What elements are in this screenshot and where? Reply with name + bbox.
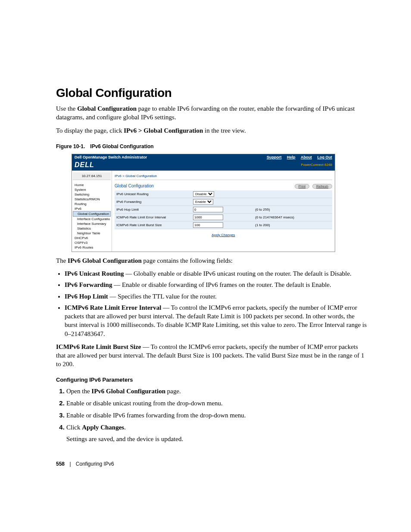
- refresh-button[interactable]: Refresh: [312, 184, 332, 189]
- help-link[interactable]: Help: [287, 155, 296, 159]
- term: ICMPv6 Rate Limit Error Interval: [65, 304, 161, 311]
- hint: (0 to 2147483647 msecs): [253, 213, 332, 221]
- text: To display the page, click: [56, 127, 124, 134]
- list-item: ICMPv6 Rate Limit Error Interval — To co…: [65, 303, 368, 338]
- label: ICMPv6 Rate Limit Burst Size: [115, 221, 191, 229]
- page-heading: Global Configuration: [56, 86, 368, 100]
- row-unicast-routing: IPv6 Unicast Routing Disable: [115, 190, 332, 198]
- text: in the tree view.: [203, 127, 246, 134]
- hint: (0 to 255): [253, 205, 332, 213]
- term: IPv6 Forwarding: [65, 281, 112, 288]
- text: page.: [165, 388, 181, 395]
- term: Global Configuration: [77, 105, 137, 112]
- tree-ipv6-routes[interactable]: IPv6 Routes: [73, 245, 111, 250]
- main-panel: IPv6 > Global Configuration Global Confi…: [112, 171, 335, 252]
- tree-global-configuration[interactable]: Global Configuration: [73, 211, 111, 217]
- step-1: Open the IPv6 Global Configuration page.: [66, 386, 368, 396]
- field-list: IPv6 Unicast Routing — Globally enable o…: [65, 269, 368, 338]
- text: — Specifies the TTL value for the router…: [108, 293, 217, 300]
- text: .: [124, 424, 126, 431]
- chapter-title: Configuring IPv6: [76, 461, 114, 467]
- apply-changes-link[interactable]: Apply Changes: [212, 233, 235, 237]
- tree-routing[interactable]: Routing: [73, 202, 111, 206]
- nav-tree: 10.27.64.151 Home System Switching Stati…: [72, 171, 112, 252]
- burst-size-paragraph: ICMPv6 Rate Limit Burst Size — To contro…: [56, 342, 368, 369]
- forwarding-select[interactable]: Enable: [193, 199, 213, 205]
- device-model: PowerConnect 6248: [301, 163, 333, 167]
- term: IPv6 Global Configuration: [68, 257, 142, 264]
- list-item: IPv6 Hop Limit — Specifies the TTL value…: [65, 292, 368, 301]
- term: IPv6 Hop Limit: [65, 293, 108, 300]
- breadcrumb: IPv6 > Global Configuration: [115, 172, 332, 180]
- panel-title: Global Configuration: [115, 184, 154, 188]
- tree-interface-summary[interactable]: Interface Summary: [73, 221, 111, 226]
- list-item: IPv6 Forwarding — Enable or disable forw…: [65, 280, 368, 289]
- tree-ospfv3[interactable]: OSPFv3: [73, 240, 111, 245]
- config-table: IPv6 Unicast Routing Disable IPv6 Forwar…: [115, 190, 332, 229]
- unicast-routing-select[interactable]: Disable: [193, 191, 214, 197]
- intro-paragraph-2: To display the page, click IPv6 > Global…: [56, 126, 368, 135]
- tree-statistics-rmon[interactable]: Statistics/RMON: [73, 197, 111, 202]
- term: IPv6 Global Configuration: [91, 388, 165, 395]
- procedure-heading: Configuring IPv6 Parameters: [56, 376, 368, 383]
- label: ICMPv6 Rate Limit Error Interval: [115, 213, 191, 221]
- header-links: Support Help About Log Out: [262, 155, 332, 159]
- logout-link[interactable]: Log Out: [318, 155, 333, 159]
- tree-statistics[interactable]: Statistics: [73, 226, 111, 231]
- step-3: Enable or disable IPv6 frames forwarding…: [66, 411, 368, 420]
- hop-limit-input[interactable]: [193, 207, 223, 212]
- tree-neighbor-table[interactable]: Neighbor Table: [73, 231, 111, 236]
- support-link[interactable]: Support: [267, 155, 282, 159]
- dell-logo: DELL: [75, 161, 94, 169]
- step-2: Enable or disable unicast routing from t…: [66, 398, 368, 408]
- row-rate-limit-burst: ICMPv6 Rate Limit Burst Size (1 to 200): [115, 221, 332, 229]
- list-item: IPv6 Unicast Routing — Globally enable o…: [65, 269, 368, 278]
- tree-home[interactable]: Home: [73, 183, 111, 187]
- intro-paragraph-1: Use the Global Configuration page to ena…: [56, 104, 368, 122]
- screenshot-figure: Dell OpenManage Switch Administrator Sup…: [72, 154, 335, 252]
- procedure-steps: Open the IPv6 Global Configuration page.…: [66, 386, 368, 444]
- about-link[interactable]: About: [301, 155, 312, 159]
- term: ICMPv6 Rate Limit Burst Size: [56, 343, 141, 350]
- term: IPv6 Unicast Routing: [65, 270, 124, 277]
- term: Apply Changes: [82, 424, 124, 431]
- separator: |: [69, 461, 71, 467]
- text: Open the: [66, 388, 91, 395]
- text: Use the: [56, 105, 77, 112]
- page-number: 558: [56, 461, 65, 467]
- label: IPv6 Unicast Routing: [115, 190, 191, 198]
- text: Click: [66, 424, 82, 431]
- tree-system[interactable]: System: [73, 187, 111, 192]
- page-footer: 558 | Configuring IPv6: [56, 461, 368, 467]
- print-button[interactable]: Print: [295, 184, 309, 189]
- text: page contains the following fields:: [142, 257, 233, 264]
- hint: (1 to 200): [253, 221, 332, 229]
- label: IPv6 Forwarding: [115, 198, 191, 205]
- row-forwarding: IPv6 Forwarding Enable: [115, 198, 332, 205]
- fields-intro: The IPv6 Global Configuration page conta…: [56, 256, 368, 265]
- text: — Enable or disable forwarding of IPv6 f…: [112, 281, 331, 288]
- app-titlebar: Dell OpenManage Switch Administrator Sup…: [72, 154, 335, 160]
- row-rate-limit-interval: ICMPv6 Rate Limit Error Interval (0 to 2…: [115, 213, 332, 221]
- tree-ipv6[interactable]: IPv6: [73, 206, 111, 211]
- tree-dhcpv6[interactable]: DHCPv6: [73, 236, 111, 240]
- app-title: Dell OpenManage Switch Administrator: [75, 155, 147, 159]
- brand-row: DELL PowerConnect 6248: [72, 160, 335, 171]
- figure-caption: Figure 10-1. IPv6 Global Configuration: [56, 143, 368, 149]
- text: — Globally enable or disable IPv6 unicas…: [124, 270, 352, 277]
- step-result: Settings are saved, and the device is up…: [66, 435, 368, 444]
- row-hop-limit: IPv6 Hop Limit (0 to 255): [115, 205, 332, 213]
- tree-switching[interactable]: Switching: [73, 192, 111, 197]
- rate-limit-burst-input[interactable]: [193, 222, 223, 228]
- nav-path: IPv6 > Global Configuration: [124, 127, 203, 134]
- label: IPv6 Hop Limit: [115, 205, 191, 213]
- step-4: Click Apply Changes. Settings are saved,…: [66, 423, 368, 444]
- text: The: [56, 257, 68, 264]
- tree-interface-configuration[interactable]: Interface Configuratio: [73, 217, 111, 221]
- rate-limit-interval-input[interactable]: [193, 215, 223, 220]
- device-ip: 10.27.64.151: [73, 172, 111, 180]
